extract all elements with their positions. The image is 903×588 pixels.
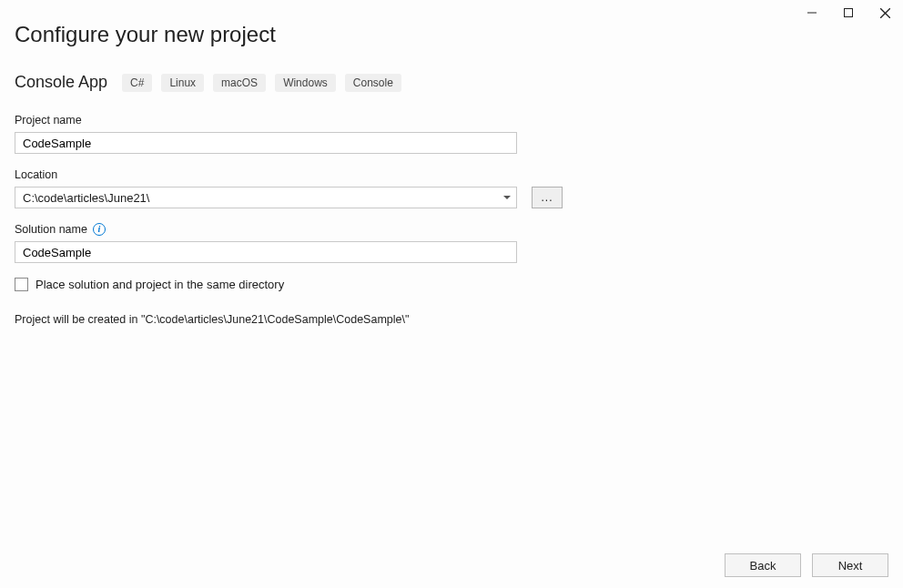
back-button[interactable]: Back: [725, 553, 801, 577]
solution-name-input[interactable]: [15, 241, 517, 263]
tag-linux: Linux: [161, 74, 204, 92]
same-directory-label: Place solution and project in the same d…: [36, 278, 284, 291]
browse-button[interactable]: ...: [532, 187, 563, 208]
info-icon[interactable]: i: [93, 223, 106, 236]
same-directory-checkbox[interactable]: [15, 278, 28, 291]
tag-macos: macOS: [213, 74, 266, 92]
chevron-down-icon: [503, 196, 511, 199]
maximize-button[interactable]: [830, 0, 867, 25]
minimize-button[interactable]: [794, 0, 830, 25]
project-name-label: Project name: [15, 114, 888, 127]
creation-path-summary: Project will be created in "C:\code\arti…: [15, 313, 888, 326]
svg-rect-1: [845, 9, 853, 17]
location-label: Location: [15, 168, 888, 181]
tag-csharp: C#: [122, 74, 152, 92]
tag-console: Console: [345, 74, 401, 92]
location-value: C:\code\articles\June21\: [23, 191, 503, 205]
close-button[interactable]: [867, 0, 903, 25]
project-type-label: Console App: [15, 73, 107, 92]
page-title: Configure your new project: [15, 22, 888, 47]
project-name-input[interactable]: [15, 132, 517, 154]
tag-windows: Windows: [275, 74, 336, 92]
project-type-row: Console App C# Linux macOS Windows Conso…: [15, 73, 888, 92]
next-button[interactable]: Next: [812, 553, 888, 577]
solution-name-label: Solution name: [15, 223, 87, 236]
location-combobox[interactable]: C:\code\articles\June21\: [15, 187, 517, 208]
